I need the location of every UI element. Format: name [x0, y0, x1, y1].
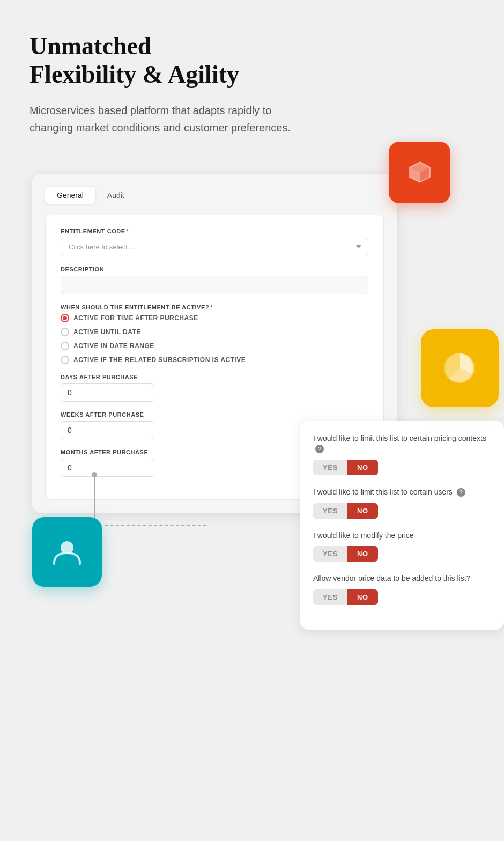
- info-icon-2[interactable]: ?: [457, 488, 465, 497]
- chart-pie-icon: [441, 349, 479, 387]
- cube-icon: [405, 158, 434, 187]
- yes-button-1[interactable]: YES: [313, 460, 347, 475]
- radio-dot-date-range: [61, 342, 69, 350]
- radio-active-time[interactable]: ACTIVE FOR TIME AFTER PURCHASE: [61, 314, 368, 322]
- no-button-4[interactable]: NO: [347, 589, 378, 605]
- pricing-label-4: Allow vendor price data to be added to t…: [313, 573, 491, 584]
- radio-group: ACTIVE FOR TIME AFTER PURCHASE ACTIVE UN…: [61, 314, 368, 364]
- radio-dot-active-time: [61, 314, 69, 322]
- pricing-label-3: I would like to modify the price: [313, 530, 491, 541]
- connector-vertical-line: [94, 474, 95, 522]
- toggle-group-4: YES NO: [313, 589, 491, 605]
- yes-button-2[interactable]: YES: [313, 503, 347, 519]
- description-input[interactable]: [61, 276, 368, 294]
- radio-dot-subscription: [61, 356, 69, 364]
- pricing-panel: I would like to limit this list to certa…: [300, 420, 504, 630]
- red-app-icon: [389, 142, 450, 203]
- connector-dashed-line: [99, 525, 206, 526]
- pricing-label-1: I would like to limit this list to certa…: [313, 433, 491, 454]
- no-button-2[interactable]: NO: [347, 503, 378, 519]
- pricing-row-3: I would like to modify the price YES NO: [313, 530, 491, 562]
- pricing-row-4: Allow vendor price data to be added to t…: [313, 573, 491, 605]
- toggle-group-1: YES NO: [313, 460, 491, 475]
- description-field: DESCRIPTION: [61, 266, 368, 294]
- yes-button-4[interactable]: YES: [313, 589, 347, 605]
- weeks-after-label: WEEKS AFTER PURCHASE: [61, 411, 368, 418]
- description-label: DESCRIPTION: [61, 266, 368, 272]
- toggle-group-2: YES NO: [313, 503, 491, 519]
- toggle-group-3: YES NO: [313, 546, 491, 562]
- days-after-input[interactable]: [61, 383, 154, 402]
- pricing-row-2: I would like to limit this list to certa…: [313, 487, 491, 519]
- info-icon-1[interactable]: ?: [315, 445, 324, 453]
- radio-active-date-range[interactable]: ACTIVE IN DATE RANGE: [61, 342, 368, 350]
- no-button-3[interactable]: NO: [347, 546, 378, 562]
- yes-button-3[interactable]: YES: [313, 546, 347, 562]
- radio-dot-until-date: [61, 328, 69, 336]
- hero-section: UnmatchedFlexibility & Agility Microserv…: [0, 0, 504, 158]
- user-avatar-icon: [51, 536, 83, 568]
- yellow-app-icon: [421, 329, 499, 407]
- entitlement-code-field: ENTITLEMENT CODE* Click here to select .…: [61, 228, 368, 256]
- entitlement-code-label: ENTITLEMENT CODE*: [61, 228, 368, 234]
- radio-active-until-date[interactable]: ACTIVE UNTIL DATE: [61, 328, 368, 336]
- when-active-label: WHEN SHOULD THE ENTITLEMENT BE ACTIVE?*: [61, 304, 368, 311]
- teal-app-icon: [32, 517, 102, 587]
- pricing-row-1: I would like to limit this list to certa…: [313, 433, 491, 475]
- radio-active-subscription[interactable]: ACTIVE IF THE RELATED SUBSCRIPTION IS AC…: [61, 356, 368, 364]
- days-after-field: DAYS AFTER PURCHASE: [61, 374, 368, 402]
- tab-general[interactable]: General: [45, 187, 95, 204]
- hero-title: UnmatchedFlexibility & Agility: [29, 32, 475, 89]
- days-after-label: DAYS AFTER PURCHASE: [61, 374, 368, 380]
- hero-subtitle: Microservices based platform that adapts…: [29, 102, 308, 136]
- no-button-1[interactable]: NO: [347, 460, 378, 475]
- connector-dot: [92, 472, 97, 477]
- when-active-field: WHEN SHOULD THE ENTITLEMENT BE ACTIVE?* …: [61, 304, 368, 364]
- tab-audit[interactable]: Audit: [95, 187, 136, 204]
- tabs-row: General Audit: [45, 187, 384, 204]
- months-after-input[interactable]: [61, 459, 154, 477]
- weeks-after-input[interactable]: [61, 421, 154, 439]
- ui-showcase: General Audit ENTITLEMENT CODE* Click he…: [0, 174, 504, 656]
- entitlement-code-select[interactable]: Click here to select ...: [61, 238, 368, 256]
- pricing-label-2: I would like to limit this list to certa…: [313, 487, 491, 498]
